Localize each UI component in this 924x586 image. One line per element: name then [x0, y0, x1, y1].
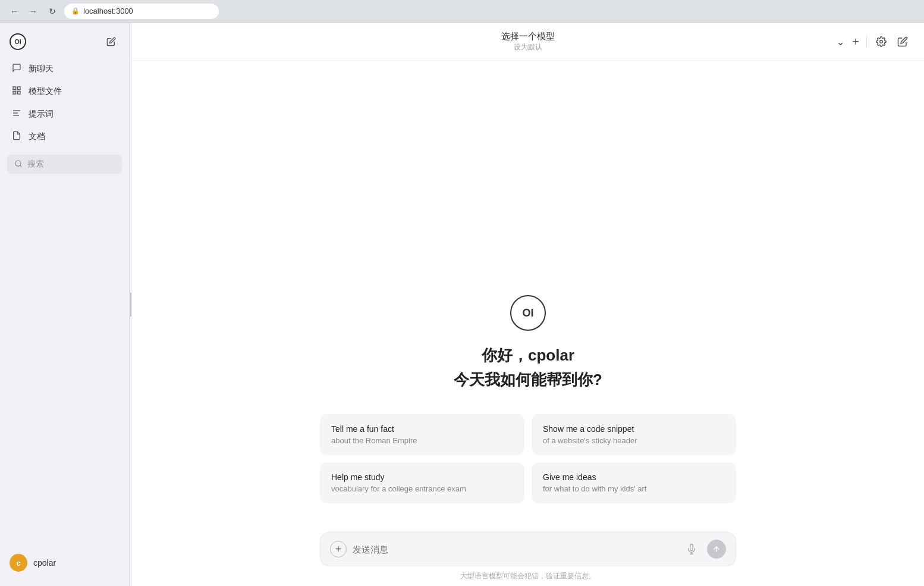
docs-icon — [11, 131, 23, 143]
input-area: + 大型语言模型可能会犯错，验证重要信息。 — [132, 525, 924, 586]
top-bar: 选择一个模型 设为默认 ⌄ + — [132, 23, 924, 61]
user-avatar: c — [10, 554, 27, 572]
browser-chrome: ← → ↻ 🔒 localhost:3000 — [0, 0, 924, 23]
suggestion-title-kids-art: Give me ideas — [543, 472, 725, 482]
sidebar-logo: OI — [10, 33, 26, 50]
model-selector[interactable]: 选择一个模型 设为默认 — [501, 31, 555, 52]
chat-area: OI 你好，cpolar 今天我如何能帮到你? Tell me a fun fa… — [132, 61, 924, 525]
sidebar-item-new-chat-label: 新聊天 — [29, 64, 54, 74]
sidebar-search[interactable]: 搜索 — [7, 155, 122, 174]
top-bar-divider — [866, 36, 867, 48]
mic-button[interactable] — [682, 540, 701, 559]
suggestion-sub-kids-art: for what to do with my kids' art — [543, 484, 725, 493]
sidebar-item-new-chat[interactable]: 新聊天 — [5, 58, 124, 80]
back-button[interactable]: ← — [7, 4, 21, 18]
sidebar-nav: 新聊天 模型文件 提示词 — [0, 56, 129, 150]
sidebar-item-prompts-label: 提示词 — [29, 109, 54, 120]
edit-button[interactable] — [893, 32, 912, 51]
svg-point-7 — [15, 160, 21, 165]
add-model-button[interactable]: + — [850, 33, 862, 51]
resize-handle-bar — [130, 293, 131, 316]
new-chat-icon — [11, 63, 23, 75]
suggestion-sub-vocabulary: vocabulary for a college entrance exam — [331, 484, 513, 493]
sidebar-item-model-files[interactable]: 模型文件 — [5, 81, 124, 102]
url-text: localhost:3000 — [83, 7, 133, 15]
sidebar-item-docs-label: 文档 — [29, 131, 45, 142]
svg-rect-0 — [13, 87, 16, 90]
main-content: 选择一个模型 设为默认 ⌄ + — [132, 23, 924, 586]
top-bar-right: ⌄ + — [834, 32, 912, 51]
settings-icon — [876, 36, 887, 47]
url-bar[interactable]: 🔒 localhost:3000 — [64, 4, 219, 19]
send-icon — [712, 545, 721, 553]
sidebar-item-prompts[interactable]: 提示词 — [5, 104, 124, 125]
pencil-icon — [897, 36, 908, 47]
new-chat-edit-button[interactable] — [103, 33, 120, 50]
settings-button[interactable] — [872, 32, 891, 51]
edit-icon — [106, 37, 116, 46]
sidebar-search-placeholder: 搜索 — [27, 159, 44, 170]
suggestion-card-code-snippet[interactable]: Show me a code snippet of a website's st… — [532, 414, 736, 455]
sidebar: OI 新聊天 — [0, 23, 130, 586]
forward-button[interactable]: → — [26, 4, 40, 18]
svg-point-9 — [880, 40, 883, 43]
suggestion-card-kids-art[interactable]: Give me ideas for what to do with my kid… — [532, 462, 736, 503]
reload-button[interactable]: ↻ — [45, 4, 59, 18]
prompts-icon — [11, 108, 23, 120]
suggestion-card-roman-empire[interactable]: Tell me a fun fact about the Roman Empir… — [320, 414, 524, 455]
suggestion-sub-code-snippet: of a website's sticky header — [543, 436, 725, 445]
svg-rect-2 — [13, 91, 16, 94]
lock-icon: 🔒 — [71, 7, 80, 15]
user-name: cpolar — [33, 558, 56, 568]
mic-icon — [686, 544, 697, 554]
input-box: + — [320, 532, 736, 566]
model-selector-sub: 设为默认 — [514, 42, 542, 52]
welcome-subtitle: 今天我如何能帮到你? — [454, 369, 602, 390]
app-layout: OI 新聊天 — [0, 23, 924, 586]
input-add-button[interactable]: + — [330, 541, 347, 557]
sidebar-footer[interactable]: c cpolar — [0, 547, 129, 579]
sidebar-item-docs[interactable]: 文档 — [5, 126, 124, 148]
suggestion-card-vocabulary[interactable]: Help me study vocabulary for a college e… — [320, 462, 524, 503]
model-files-icon — [11, 86, 23, 98]
sidebar-header: OI — [0, 30, 129, 56]
suggestion-title-vocabulary: Help me study — [331, 472, 513, 482]
welcome-section: OI 你好，cpolar 今天我如何能帮到你? — [454, 295, 602, 390]
input-disclaimer: 大型语言模型可能会犯错，验证重要信息。 — [460, 571, 596, 581]
message-input[interactable] — [353, 544, 676, 554]
suggestion-title-roman-empire: Tell me a fun fact — [331, 424, 513, 434]
suggestion-cards: Tell me a fun fact about the Roman Empir… — [320, 414, 736, 503]
welcome-greeting: 你好，cpolar — [482, 345, 574, 366]
dropdown-arrow-icon[interactable]: ⌄ — [834, 33, 847, 51]
sidebar-item-model-files-label: 模型文件 — [29, 86, 62, 97]
svg-rect-1 — [17, 87, 20, 90]
suggestion-title-code-snippet: Show me a code snippet — [543, 424, 725, 434]
search-icon — [14, 159, 23, 170]
model-selector-title: 选择一个模型 — [501, 31, 555, 42]
svg-line-8 — [20, 165, 22, 167]
welcome-logo: OI — [510, 295, 546, 331]
suggestion-sub-roman-empire: about the Roman Empire — [331, 436, 513, 445]
send-button[interactable] — [707, 540, 726, 559]
svg-rect-3 — [17, 91, 20, 94]
